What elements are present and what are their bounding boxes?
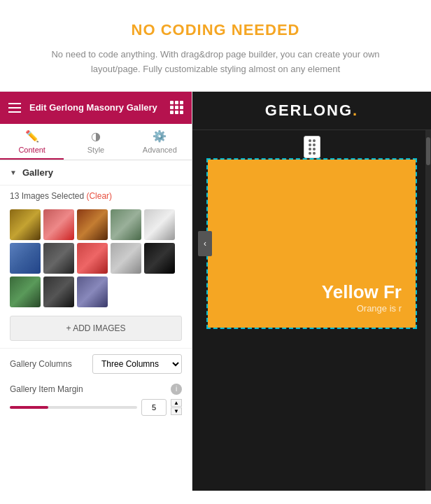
preview-header: GERLONG. xyxy=(192,92,431,130)
gallery-item-margin-label: Gallery Item Margin xyxy=(10,384,165,394)
tab-style[interactable]: ◑ Style xyxy=(64,124,127,160)
margin-value-box[interactable]: 5 xyxy=(141,399,167,416)
yellow-block: Yellow Fr Orange is r xyxy=(208,160,416,328)
thumbnail-1[interactable] xyxy=(10,209,41,240)
thumbnail-12[interactable] xyxy=(43,276,74,307)
thumbnail-5[interactable] xyxy=(144,209,175,240)
gallery-item-margin-row: Gallery Item Margin i xyxy=(0,379,192,399)
right-preview: GERLONG. ‹ Yellow Fr Orange is r xyxy=(192,92,431,491)
preview-content: ‹ Yellow Fr Orange is r xyxy=(192,130,431,491)
hamburger-icon[interactable] xyxy=(8,103,21,113)
style-icon: ◑ xyxy=(91,130,101,143)
tabs: ✏️ Content ◑ Style ⚙️ Advanced xyxy=(0,124,192,160)
panel-title: Edit Gerlong Masonry Gallery xyxy=(29,102,157,113)
thumbnail-6[interactable] xyxy=(10,243,41,274)
margin-stepper: ▲ ▼ xyxy=(171,399,182,415)
tab-advanced[interactable]: ⚙️ Advanced xyxy=(128,124,192,160)
thumbnail-7[interactable] xyxy=(43,243,74,274)
scroll-thumb xyxy=(426,137,430,165)
grid-handle[interactable] xyxy=(304,136,320,158)
banner-title: NO CODING NEEDED xyxy=(42,21,389,39)
apps-icon[interactable] xyxy=(170,101,183,114)
thumbnail-13[interactable] xyxy=(77,276,108,307)
main-layout: Edit Gerlong Masonry Gallery ✏️ Content … xyxy=(0,92,431,491)
thumbnail-3[interactable] xyxy=(77,209,108,240)
thumbnail-8[interactable] xyxy=(77,243,108,274)
top-banner: NO CODING NEEDED No need to code anythin… xyxy=(0,0,431,92)
preview-logo: GERLONG. xyxy=(265,102,358,120)
thumbnail-2[interactable] xyxy=(43,209,74,240)
info-icon[interactable]: i xyxy=(171,384,182,395)
thumbnail-4[interactable] xyxy=(111,209,141,240)
tab-content[interactable]: ✏️ Content xyxy=(0,124,64,160)
margin-increment-button[interactable]: ▲ xyxy=(171,399,182,407)
margin-input-row: 5 ▲ ▼ xyxy=(0,399,192,421)
tab-content-label: Content xyxy=(18,146,45,154)
thumbnail-9[interactable] xyxy=(111,243,141,274)
margin-decrement-button[interactable]: ▼ xyxy=(171,407,182,415)
content-icon: ✏️ xyxy=(25,130,39,143)
gallery-columns-label: Gallery Columns xyxy=(10,359,87,369)
banner-title-orange: NEEDED xyxy=(232,21,300,38)
preview-logo-dot: . xyxy=(353,102,358,119)
panel-header: Edit Gerlong Masonry Gallery xyxy=(0,92,192,124)
thumbnail-grid xyxy=(0,206,192,313)
banner-description: No need to code anything. With drag&drop… xyxy=(42,48,389,77)
margin-slider[interactable] xyxy=(10,406,137,409)
scrollbar[interactable] xyxy=(425,130,431,491)
clear-link[interactable]: (Clear) xyxy=(86,191,112,201)
left-panel: Edit Gerlong Masonry Gallery ✏️ Content … xyxy=(0,92,192,491)
grid-handle-dots xyxy=(309,139,316,155)
gallery-preview-box: ‹ Yellow Fr Orange is r xyxy=(206,158,417,329)
gallery-section-header[interactable]: ▼ Gallery xyxy=(0,160,192,186)
thumbnail-10[interactable] xyxy=(144,243,175,274)
advanced-icon: ⚙️ xyxy=(153,130,167,143)
preview-logo-text: GERLONG xyxy=(265,102,353,119)
section-arrow-icon: ▼ xyxy=(10,169,17,176)
thumbnail-11[interactable] xyxy=(10,276,41,307)
panel-header-left: Edit Gerlong Masonry Gallery xyxy=(8,102,157,113)
gallery-section-title: Gallery xyxy=(22,167,53,178)
gallery-columns-row: Gallery Columns One Column Two Columns T… xyxy=(0,348,192,379)
tab-style-label: Style xyxy=(87,146,104,154)
images-count: 13 Images Selected xyxy=(10,191,84,201)
images-selected-info: 13 Images Selected (Clear) xyxy=(0,186,192,206)
yellow-text-sub: Orange is r xyxy=(357,303,402,314)
tab-advanced-label: Advanced xyxy=(143,146,177,154)
gallery-columns-select[interactable]: One Column Two Columns Three Columns Fou… xyxy=(92,354,182,374)
yellow-text-main: Yellow Fr xyxy=(322,281,402,303)
banner-title-black: NO CODING xyxy=(132,21,227,38)
panel-body: ▼ Gallery 13 Images Selected (Clear) xyxy=(0,160,192,491)
margin-slider-fill xyxy=(10,406,48,409)
add-images-button[interactable]: + ADD IMAGES xyxy=(10,316,182,341)
nav-arrow-left-button[interactable]: ‹ xyxy=(198,231,212,256)
